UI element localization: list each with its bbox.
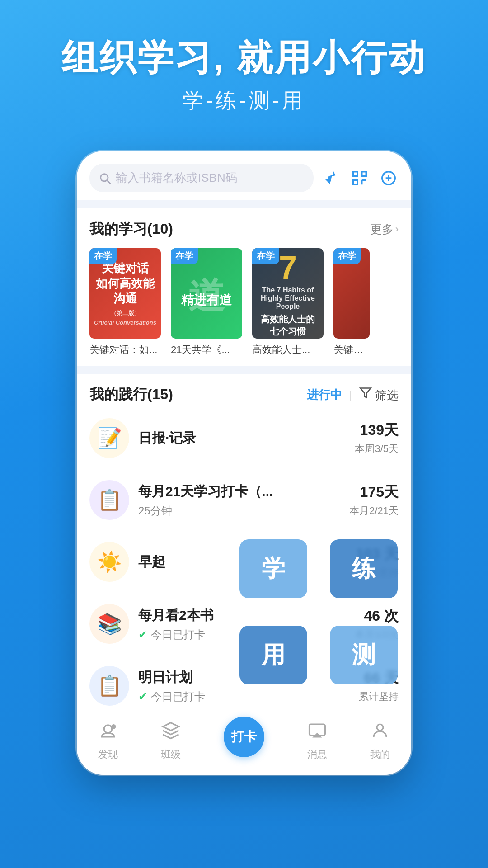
nav-label-discover: 发现 [98, 748, 118, 761]
stat-sub: 本月2/21天 [349, 504, 399, 518]
practice-icon: 📚 [89, 604, 129, 644]
practice-icon: ☀️ [89, 542, 129, 582]
practice-icon: 📋 [89, 666, 129, 706]
arrow-right-icon: → [307, 559, 330, 579]
flow-row-top: 学 → 练 [239, 539, 398, 598]
flow-diagram: 学 → 练 ↓ 用 ← 测 [239, 539, 398, 684]
arrow-left-icon: ← [307, 645, 330, 665]
search-bar: 输入书籍名称或ISBN码 [77, 151, 411, 200]
book-cover: 在学 [333, 248, 370, 339]
practice-header: 我的践行(15) 进行中 | 筛选 [89, 385, 399, 405]
book-status-badge: 在学 [252, 248, 279, 264]
flow-row-bottom: 用 ← 测 [239, 626, 398, 684]
scan-icon[interactable] [350, 168, 370, 188]
book-title: 21天共学《... [171, 343, 242, 357]
nav-label-message: 消息 [307, 748, 327, 761]
nav-item-profile[interactable]: 我的 [370, 721, 390, 761]
practice-sub: 25分钟 [138, 504, 340, 518]
book-status-badge: 在学 [333, 248, 361, 264]
practice-icon: 📋 [89, 480, 129, 520]
book-item[interactable]: 道 精进有道 在学 21天共学《... [171, 248, 242, 357]
practice-icon: 📝 [89, 418, 129, 458]
nav-item-checkin[interactable]: 打卡 [224, 726, 264, 757]
my-learning-section: 我的学习(10) 更多 › 关键对话如何高效能沟通 （第二版） Crucial … [77, 208, 411, 366]
svg-rect-4 [353, 180, 358, 184]
use-button[interactable]: 用 [239, 626, 307, 684]
learn-button[interactable]: 学 [239, 539, 307, 598]
my-learning-title: 我的学习(10) [89, 219, 173, 239]
book-title: 高效能人士... [252, 343, 324, 357]
practice-content: 每月21天学习打卡（... 25分钟 [138, 482, 340, 518]
message-icon [308, 721, 327, 744]
practice-sub: ✔ 今日已打卡 [138, 689, 350, 704]
book-title: 关键对话：如... [89, 343, 161, 357]
nav-label-class: 班级 [161, 748, 181, 761]
hero-title: 组织学习, 就用小行动 [27, 36, 461, 80]
stat-days: 139天 [355, 420, 399, 440]
pin-icon[interactable] [321, 168, 341, 188]
practice-filters: 进行中 | 筛选 [307, 387, 399, 403]
stat-sub: 累计坚持 [359, 690, 399, 703]
book-status-badge: 在学 [89, 248, 117, 264]
nav-item-message[interactable]: 消息 [307, 721, 327, 761]
nav-label-profile: 我的 [370, 748, 390, 761]
hero-section: 组织学习, 就用小行动 学-练-测-用 [0, 0, 488, 133]
profile-icon [371, 721, 389, 744]
filter-icon[interactable]: 筛选 [359, 387, 399, 403]
search-input-wrapper[interactable]: 输入书籍名称或ISBN码 [89, 164, 314, 192]
checkin-button[interactable]: 打卡 [224, 717, 264, 757]
svg-line-1 [107, 180, 110, 183]
practice-name: 日报·记录 [138, 429, 346, 448]
practice-content: 日报·记录 [138, 429, 346, 448]
bottom-nav: 发现 班级 打卡 [77, 712, 411, 775]
svg-point-13 [111, 724, 116, 729]
svg-marker-11 [360, 388, 371, 397]
hero-subtitle: 学-练-测-用 [27, 87, 461, 115]
practice-title: 我的践行(15) [89, 385, 173, 405]
svg-rect-3 [362, 171, 366, 176]
nav-item-discover[interactable]: 发现 [98, 721, 118, 761]
filter-active[interactable]: 进行中 [307, 387, 342, 403]
class-icon [161, 721, 180, 744]
book-title: 关键对... [333, 343, 370, 357]
arrow-down-icon: ↓ [296, 598, 364, 626]
practice-button[interactable]: 练 [330, 539, 398, 598]
practice-item[interactable]: 📝 日报·记录 139天 本周3/5天 [89, 407, 399, 469]
my-practice-section: 我的践行(15) 进行中 | 筛选 📝 日报·记录 139天 本 [77, 374, 411, 721]
search-placeholder: 输入书籍名称或ISBN码 [116, 170, 237, 186]
stat-days: 175天 [349, 482, 399, 502]
my-learning-header: 我的学习(10) 更多 › [89, 219, 399, 239]
check-icon: ✔ [138, 628, 147, 641]
practice-name: 每月21天学习打卡（... [138, 482, 340, 501]
discover-icon [99, 721, 117, 744]
chevron-right-icon: › [395, 223, 399, 235]
stat-sub: 本周3/5天 [355, 442, 399, 456]
search-icon [99, 172, 111, 184]
more-button[interactable]: 更多 › [370, 222, 399, 237]
svg-point-12 [104, 725, 113, 733]
svg-point-15 [377, 724, 383, 731]
book-status-badge: 在学 [171, 248, 198, 264]
filter-divider: | [349, 388, 352, 401]
book-cover: 7 The 7 Habits ofHighly Effective People… [252, 248, 324, 339]
test-button[interactable]: 测 [330, 626, 398, 684]
practice-stats: 139天 本周3/5天 [355, 420, 399, 456]
book-list: 关键对话如何高效能沟通 （第二版） Crucial Conversations … [89, 248, 399, 357]
nav-item-class[interactable]: 班级 [161, 721, 181, 761]
practice-item[interactable]: 📋 每月21天学习打卡（... 25分钟 175天 本月2/21天 [89, 469, 399, 531]
search-actions [321, 168, 399, 188]
add-icon[interactable] [379, 168, 399, 188]
book-item[interactable]: 7 The 7 Habits ofHighly Effective People… [252, 248, 324, 357]
check-icon: ✔ [138, 690, 147, 703]
book-item[interactable]: 关键对话如何高效能沟通 （第二版） Crucial Conversations … [89, 248, 161, 357]
phone-mockup: 输入书籍名称或ISBN码 [77, 151, 411, 775]
book-cover: 道 精进有道 在学 [171, 248, 242, 339]
svg-rect-2 [353, 171, 358, 176]
book-cover: 关键对话如何高效能沟通 （第二版） Crucial Conversations … [89, 248, 161, 339]
practice-stats: 175天 本月2/21天 [349, 482, 399, 518]
book-item[interactable]: 在学 关键对... [333, 248, 370, 357]
